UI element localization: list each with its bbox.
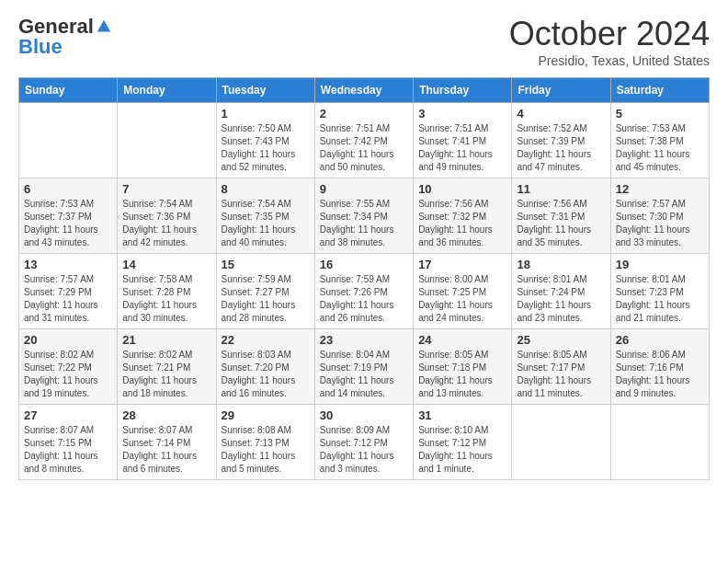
day-number: 26 [616, 333, 704, 347]
calendar-cell: 7Sunrise: 7:54 AM Sunset: 7:36 PM Daylig… [118, 178, 216, 254]
calendar-cell: 27Sunrise: 8:07 AM Sunset: 7:15 PM Dayli… [19, 405, 118, 480]
calendar-cell: 30Sunrise: 8:09 AM Sunset: 7:12 PM Dayli… [314, 405, 413, 480]
calendar-cell: 29Sunrise: 8:08 AM Sunset: 7:13 PM Dayli… [216, 405, 314, 480]
day-info: Sunrise: 7:57 AM Sunset: 7:30 PM Dayligh… [616, 198, 704, 249]
day-number: 6 [24, 182, 112, 196]
calendar-week-row: 27Sunrise: 8:07 AM Sunset: 7:15 PM Dayli… [19, 405, 710, 480]
day-number: 2 [320, 107, 408, 121]
day-info: Sunrise: 8:09 AM Sunset: 7:12 PM Dayligh… [320, 424, 408, 476]
day-info: Sunrise: 7:57 AM Sunset: 7:29 PM Dayligh… [24, 273, 112, 325]
day-info: Sunrise: 7:53 AM Sunset: 7:38 PM Dayligh… [616, 122, 704, 174]
calendar-cell: 20Sunrise: 8:02 AM Sunset: 7:22 PM Dayli… [19, 329, 118, 405]
day-number: 27 [24, 408, 112, 422]
logo-icon [96, 18, 112, 35]
day-info: Sunrise: 8:06 AM Sunset: 7:16 PM Dayligh… [616, 349, 704, 400]
day-number: 20 [24, 333, 112, 347]
day-info: Sunrise: 8:03 AM Sunset: 7:20 PM Dayligh… [222, 349, 310, 400]
calendar-cell: 1Sunrise: 7:50 AM Sunset: 7:43 PM Daylig… [216, 103, 314, 178]
day-info: Sunrise: 8:01 AM Sunset: 7:23 PM Dayligh… [616, 273, 704, 325]
day-info: Sunrise: 8:01 AM Sunset: 7:24 PM Dayligh… [517, 273, 605, 325]
calendar-cell: 12Sunrise: 7:57 AM Sunset: 7:30 PM Dayli… [610, 178, 709, 254]
day-number: 3 [418, 107, 506, 121]
day-of-week-header: Thursday [414, 78, 512, 103]
calendar-cell: 3Sunrise: 7:51 AM Sunset: 7:41 PM Daylig… [414, 103, 512, 178]
calendar-cell: 22Sunrise: 8:03 AM Sunset: 7:20 PM Dayli… [216, 329, 314, 405]
day-info: Sunrise: 7:56 AM Sunset: 7:32 PM Dayligh… [418, 198, 506, 249]
calendar-header-row: SundayMondayTuesdayWednesdayThursdayFrid… [19, 78, 710, 103]
day-number: 25 [517, 333, 605, 347]
day-number: 15 [222, 258, 310, 271]
calendar-week-row: 6Sunrise: 7:53 AM Sunset: 7:37 PM Daylig… [19, 178, 710, 254]
calendar-cell: 9Sunrise: 7:55 AM Sunset: 7:34 PM Daylig… [314, 178, 413, 254]
calendar-cell: 15Sunrise: 7:59 AM Sunset: 7:27 PM Dayli… [216, 254, 314, 329]
calendar-cell: 21Sunrise: 8:02 AM Sunset: 7:21 PM Dayli… [118, 329, 216, 405]
day-number: 11 [517, 182, 605, 196]
day-of-week-header: Wednesday [314, 78, 413, 103]
month-title: October 2024 [509, 15, 710, 53]
day-of-week-header: Tuesday [216, 78, 314, 103]
day-info: Sunrise: 7:51 AM Sunset: 7:42 PM Dayligh… [320, 122, 408, 174]
day-info: Sunrise: 7:59 AM Sunset: 7:27 PM Dayligh… [222, 273, 310, 325]
day-number: 21 [122, 333, 210, 347]
day-info: Sunrise: 8:07 AM Sunset: 7:15 PM Dayligh… [24, 424, 112, 476]
day-number: 7 [122, 182, 210, 196]
day-info: Sunrise: 7:54 AM Sunset: 7:36 PM Dayligh… [122, 198, 210, 249]
day-number: 8 [222, 182, 310, 196]
calendar-cell: 11Sunrise: 7:56 AM Sunset: 7:31 PM Dayli… [512, 178, 610, 254]
day-of-week-header: Monday [118, 78, 216, 103]
calendar-cell: 31Sunrise: 8:10 AM Sunset: 7:12 PM Dayli… [414, 405, 512, 480]
day-of-week-header: Sunday [19, 78, 118, 103]
calendar-cell: 19Sunrise: 8:01 AM Sunset: 7:23 PM Dayli… [610, 254, 709, 329]
calendar-table: SundayMondayTuesdayWednesdayThursdayFrid… [18, 77, 710, 480]
calendar-cell: 16Sunrise: 7:59 AM Sunset: 7:26 PM Dayli… [314, 254, 413, 329]
day-info: Sunrise: 7:53 AM Sunset: 7:37 PM Dayligh… [24, 198, 112, 249]
day-number: 29 [222, 408, 310, 422]
header: General Blue October 2024 Presidio, Texa… [18, 15, 710, 68]
day-info: Sunrise: 8:10 AM Sunset: 7:12 PM Dayligh… [418, 424, 506, 476]
day-number: 1 [222, 107, 310, 121]
calendar-cell: 2Sunrise: 7:51 AM Sunset: 7:42 PM Daylig… [314, 103, 413, 178]
day-number: 22 [222, 333, 310, 347]
day-info: Sunrise: 7:54 AM Sunset: 7:35 PM Dayligh… [222, 198, 310, 249]
day-info: Sunrise: 7:59 AM Sunset: 7:26 PM Dayligh… [320, 273, 408, 325]
day-number: 4 [517, 107, 605, 121]
day-info: Sunrise: 8:04 AM Sunset: 7:19 PM Dayligh… [320, 349, 408, 400]
day-number: 31 [418, 408, 506, 422]
calendar-week-row: 1Sunrise: 7:50 AM Sunset: 7:43 PM Daylig… [19, 103, 710, 178]
day-number: 17 [418, 258, 506, 271]
day-info: Sunrise: 7:56 AM Sunset: 7:31 PM Dayligh… [517, 198, 605, 249]
day-info: Sunrise: 8:05 AM Sunset: 7:18 PM Dayligh… [418, 349, 506, 400]
day-number: 23 [320, 333, 408, 347]
calendar-cell: 26Sunrise: 8:06 AM Sunset: 7:16 PM Dayli… [610, 329, 709, 405]
day-info: Sunrise: 7:55 AM Sunset: 7:34 PM Dayligh… [320, 198, 408, 249]
day-info: Sunrise: 8:00 AM Sunset: 7:25 PM Dayligh… [418, 273, 506, 325]
calendar-cell: 4Sunrise: 7:52 AM Sunset: 7:39 PM Daylig… [512, 103, 610, 178]
day-info: Sunrise: 7:58 AM Sunset: 7:28 PM Dayligh… [122, 273, 210, 325]
day-info: Sunrise: 8:02 AM Sunset: 7:21 PM Dayligh… [122, 349, 210, 400]
day-info: Sunrise: 7:51 AM Sunset: 7:41 PM Dayligh… [418, 122, 506, 174]
calendar-cell: 8Sunrise: 7:54 AM Sunset: 7:35 PM Daylig… [216, 178, 314, 254]
svg-marker-0 [97, 20, 110, 32]
calendar-cell: 28Sunrise: 8:07 AM Sunset: 7:14 PM Dayli… [118, 405, 216, 480]
day-info: Sunrise: 7:52 AM Sunset: 7:39 PM Dayligh… [517, 122, 605, 174]
calendar-cell: 18Sunrise: 8:01 AM Sunset: 7:24 PM Dayli… [512, 254, 610, 329]
title-block: October 2024 Presidio, Texas, United Sta… [509, 15, 710, 68]
calendar-cell: 14Sunrise: 7:58 AM Sunset: 7:28 PM Dayli… [118, 254, 216, 329]
day-number: 30 [320, 408, 408, 422]
day-info: Sunrise: 8:07 AM Sunset: 7:14 PM Dayligh… [122, 424, 210, 476]
calendar-body: 1Sunrise: 7:50 AM Sunset: 7:43 PM Daylig… [19, 103, 710, 480]
calendar-week-row: 13Sunrise: 7:57 AM Sunset: 7:29 PM Dayli… [19, 254, 710, 329]
calendar-cell [610, 405, 709, 480]
calendar-cell: 23Sunrise: 8:04 AM Sunset: 7:19 PM Dayli… [314, 329, 413, 405]
day-number: 5 [616, 107, 704, 121]
calendar-cell [118, 103, 216, 178]
logo: General Blue [18, 15, 112, 59]
day-of-week-header: Saturday [610, 78, 709, 103]
day-info: Sunrise: 8:02 AM Sunset: 7:22 PM Dayligh… [24, 349, 112, 400]
calendar-week-row: 20Sunrise: 8:02 AM Sunset: 7:22 PM Dayli… [19, 329, 710, 405]
day-info: Sunrise: 8:08 AM Sunset: 7:13 PM Dayligh… [222, 424, 310, 476]
calendar-cell: 10Sunrise: 7:56 AM Sunset: 7:32 PM Dayli… [414, 178, 512, 254]
day-number: 28 [122, 408, 210, 422]
day-number: 12 [616, 182, 704, 196]
calendar-cell [512, 405, 610, 480]
